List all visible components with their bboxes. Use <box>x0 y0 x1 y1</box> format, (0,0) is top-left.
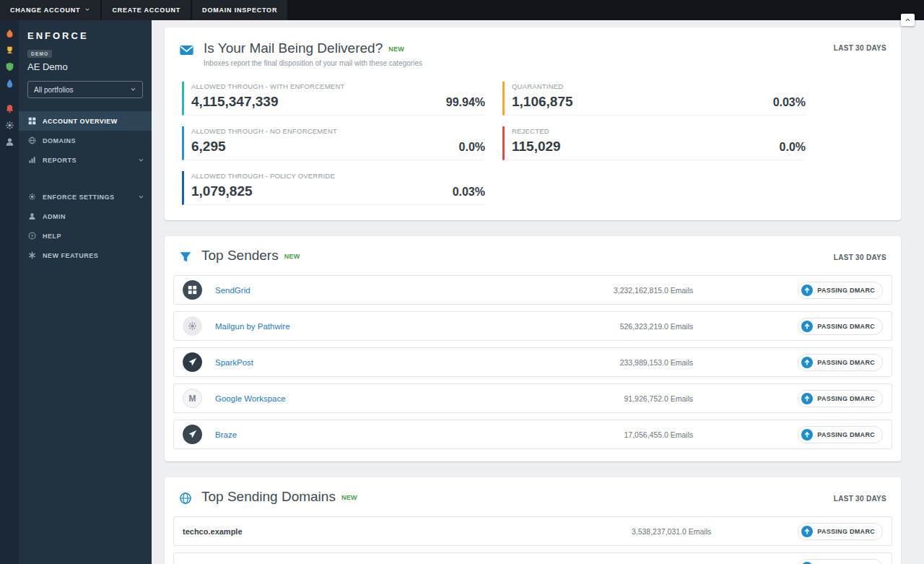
stat-percent: 0.0% <box>780 141 806 154</box>
user-icon <box>28 212 36 220</box>
stat-label: QUARANTINED <box>512 82 806 90</box>
dmarc-pass-icon <box>801 526 813 537</box>
portfolio-select[interactable]: All portfolios <box>27 81 143 98</box>
delivery-card-header: Is Your Mail Being Delivered? NEW Inboxe… <box>179 40 886 67</box>
top-domains-list: techco.example3,538,237,031.0 EmailsPASS… <box>173 516 892 564</box>
sidebar-item-label: DOMAINS <box>43 137 76 144</box>
bell-icon[interactable] <box>5 104 14 113</box>
stat-value: 1,106,875 <box>512 94 573 110</box>
scroll-to-top-button[interactable] <box>901 20 915 26</box>
change-account-button[interactable]: CHANGE ACCOUNT <box>0 0 100 20</box>
chevron-down-icon <box>138 157 144 163</box>
chevron-down-icon <box>130 86 136 94</box>
new-badge: NEW <box>341 494 357 501</box>
domain-row: realestateco.example45,079,322.0 EmailsP… <box>173 552 892 564</box>
stat-label: REJECTED <box>512 127 806 135</box>
braze-logo-icon <box>183 425 202 444</box>
environment-badge: DEMO <box>27 50 52 58</box>
mail-icon <box>179 43 194 58</box>
sendgrid-logo-icon <box>183 280 202 300</box>
chevron-down-icon <box>84 6 90 14</box>
sidebar-item-account-overview[interactable]: ACCOUNT OVERVIEW <box>19 111 152 131</box>
sender-link[interactable]: Mailgun by Pathwire <box>215 322 290 331</box>
sidebar-item-enforce-settings[interactable]: ENFORCE SETTINGS <box>19 187 152 207</box>
new-badge: NEW <box>388 45 404 53</box>
new-badge: NEW <box>284 253 300 260</box>
app-body: ENFORCE DEMO AE Demo All portfolios ACCO… <box>0 20 924 564</box>
globe-icon <box>179 492 192 505</box>
top-domains-card: Top Sending Domains NEW LAST 30 DAYS tec… <box>165 477 901 564</box>
stat-label: ALLOWED THROUGH - WITH ENFORCEMENT <box>191 82 485 90</box>
delivery-card-subtitle: Inboxes report the final disposition of … <box>204 59 422 67</box>
sender-link[interactable]: SendGrid <box>215 286 250 295</box>
account-name: AE Demo <box>19 61 152 72</box>
passing-dmarc-badge: PASSING DMARC <box>798 523 883 540</box>
sender-row: SparkPost233,989,153.0 EmailsPASSING DMA… <box>173 347 892 377</box>
stat-allowed-no-enforcement: ALLOWED THROUGH - NO ENFORCEMENT6,2950.0… <box>182 126 485 160</box>
create-account-button[interactable]: CREATE ACCOUNT <box>102 0 191 20</box>
dmarc-pass-icon <box>801 562 813 564</box>
badge-label: PASSING DMARC <box>817 395 875 402</box>
period-label: LAST 30 DAYS <box>834 495 886 503</box>
passing-dmarc-badge: PASSING DMARC <box>798 282 883 299</box>
sidebar-item-label: REPORTS <box>43 157 77 164</box>
sidebar-item-new-features[interactable]: NEW FEATURES <box>19 246 152 265</box>
sender-link[interactable]: Braze <box>215 430 237 439</box>
sender-link[interactable]: SparkPost <box>215 358 253 367</box>
domain-inspector-button[interactable]: DOMAIN INSPECTOR <box>192 0 287 20</box>
passing-dmarc-badge: PASSING DMARC <box>798 390 883 407</box>
sender-row: MGoogle Workspace91,926,752.0 EmailsPASS… <box>173 383 892 413</box>
sender-row: Braze17,056,455.0 EmailsPASSING DMARC <box>173 420 892 449</box>
user-icon[interactable] <box>5 137 14 147</box>
sidebar-item-domains[interactable]: DOMAINS <box>19 131 152 150</box>
passing-dmarc-badge: PASSING DMARC <box>798 354 883 371</box>
stat-rejected: REJECTED115,0290.0% <box>502 126 806 160</box>
funnel-icon <box>179 251 192 264</box>
email-count: 91,926,752.0 Emails <box>624 394 694 403</box>
stat-allowed-with-enforcement: ALLOWED THROUGH - WITH ENFORCEMENT4,115,… <box>182 82 485 116</box>
stat-percent: 0.03% <box>453 186 485 199</box>
grid-icon <box>28 117 36 125</box>
main-content: Is Your Mail Being Delivered? NEW Inboxe… <box>152 20 924 564</box>
sidebar-item-admin[interactable]: ADMIN <box>19 207 152 226</box>
topbar-button-label: DOMAIN INSPECTOR <box>202 6 277 14</box>
dmarc-pass-icon <box>801 357 813 368</box>
top-senders-header: Top Senders NEW LAST 30 DAYS <box>173 248 892 264</box>
topbar-button-label: CREATE ACCOUNT <box>112 6 180 14</box>
stat-value: 6,295 <box>191 139 226 155</box>
globe-icon <box>28 136 36 144</box>
drop-icon[interactable] <box>5 79 14 88</box>
stat-percent: 0.0% <box>459 141 485 154</box>
delivery-stats: ALLOWED THROUGH - WITH ENFORCEMENT4,115,… <box>179 82 886 216</box>
stat-value: 1,079,825 <box>191 183 253 199</box>
sparkpost-logo-icon <box>183 352 202 372</box>
period-label: LAST 30 DAYS <box>834 44 886 52</box>
email-count: 3,538,237,031.0 Emails <box>632 527 711 536</box>
sidebar-item-help[interactable]: ?HELP <box>19 226 152 246</box>
chart-icon <box>28 156 36 164</box>
icon-rail <box>0 20 19 564</box>
sidebar-item-reports[interactable]: REPORTS <box>19 150 152 170</box>
top-senders-card: Top Senders NEW LAST 30 DAYS SendGrid3,2… <box>165 236 901 461</box>
flame-icon[interactable] <box>5 29 14 38</box>
google-workspace-logo-icon: M <box>183 389 202 408</box>
stat-percent: 0.03% <box>773 96 806 109</box>
email-count: 3,232,162,815.0 Emails <box>614 286 693 295</box>
domain-name: techco.example <box>183 527 243 536</box>
delivery-card: Is Your Mail Being Delivered? NEW Inboxe… <box>165 27 901 220</box>
badge-label: PASSING DMARC <box>817 359 875 366</box>
sidebar-item-label: ADMIN <box>43 213 66 220</box>
domain-row: techco.example3,538,237,031.0 EmailsPASS… <box>173 516 892 546</box>
stats-col-0: ALLOWED THROUGH - WITH ENFORCEMENT4,115,… <box>182 82 485 216</box>
dmarc-pass-icon <box>801 393 813 404</box>
svg-text:?: ? <box>31 234 34 238</box>
shield-icon[interactable] <box>5 62 14 71</box>
sender-link[interactable]: Google Workspace <box>215 394 286 403</box>
top-senders-title: Top Senders <box>201 248 279 264</box>
passing-dmarc-badge: PASSING DMARC <box>798 318 883 335</box>
gear-icon[interactable] <box>5 121 14 130</box>
trophy-icon[interactable] <box>5 45 14 55</box>
top-domains-header: Top Sending Domains NEW LAST 30 DAYS <box>173 489 892 505</box>
enforce-logo: ENFORCE <box>19 30 152 41</box>
dmarc-pass-icon <box>801 429 813 441</box>
